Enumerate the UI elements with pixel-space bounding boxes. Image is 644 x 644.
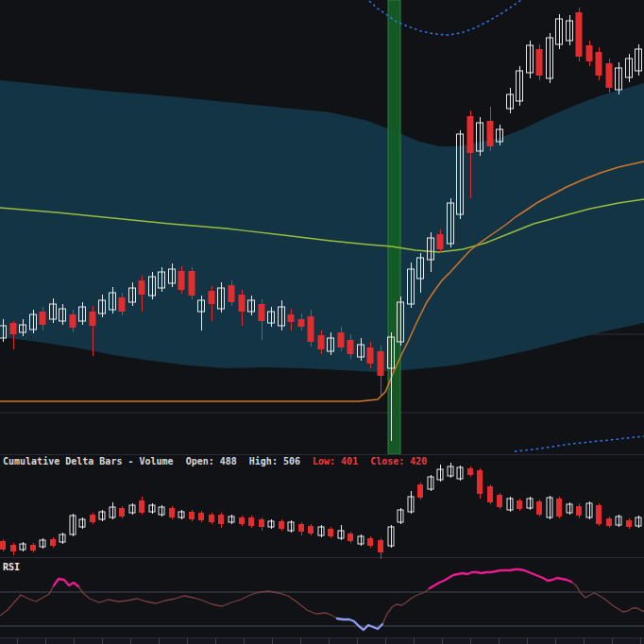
chart-canvas[interactable]	[0, 0, 644, 644]
time-axis[interactable]	[0, 638, 644, 644]
highlight-bar	[388, 0, 400, 454]
trading-chart-window: Cumulative Delta Bars - Volume Open: 488…	[0, 0, 644, 644]
bollinger-band-fill	[0, 80, 644, 372]
